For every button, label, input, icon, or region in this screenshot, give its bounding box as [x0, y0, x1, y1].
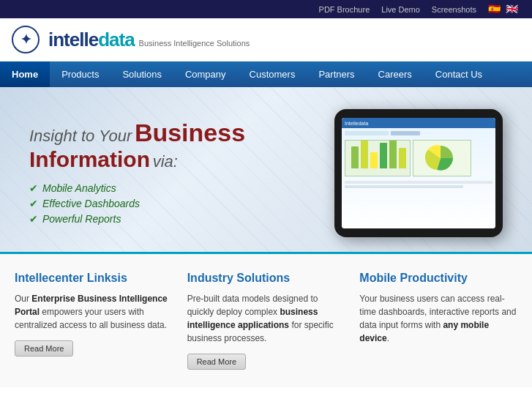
spanish-flag-icon[interactable]: 🇪🇸 [488, 4, 503, 14]
hero-features-list: Mobile Analytics Effective Dashboards Po… [29, 182, 245, 225]
card-text-intellecenter: Our Enterprise Business Intelligence Por… [15, 292, 173, 332]
tablet-screen-inner: Intelledata [342, 118, 495, 228]
card-text-mobile: Your business users can access real-time… [359, 292, 517, 345]
hero-line1: Insight to Your Business [29, 119, 245, 147]
nav-item-solutions[interactable]: Solutions [110, 61, 173, 87]
card-text-after-mobile: . [387, 333, 389, 343]
logo-tagline: Business Intelligence Solutions [139, 39, 250, 48]
hero-section: Insight to Your Business Information via… [0, 87, 532, 252]
logo-icon: ✦ [12, 26, 40, 53]
tablet-mockup: Intelledata [334, 109, 503, 237]
card-title-mobile: Mobile Productivity [359, 272, 517, 285]
read-more-intellecenter[interactable]: Read More [15, 340, 73, 357]
hero-line2: Information via: [29, 147, 245, 172]
card-text-industry: Pre-built data models designed to quickl… [187, 292, 345, 345]
nav-item-products[interactable]: Products [50, 61, 110, 87]
nav-item-partners[interactable]: Partners [307, 61, 366, 87]
language-flags: 🇪🇸 🇬🇧 [488, 4, 520, 14]
hero-text-block: Insight to Your Business Information via… [29, 119, 245, 228]
hero-feature-3: Powerful Reports [29, 213, 245, 225]
read-more-industry[interactable]: Read More [187, 354, 246, 370]
nav-item-careers[interactable]: Careers [367, 61, 424, 87]
chart-bars [351, 140, 406, 168]
top-bar: PDF Brochure Live Demo Screenshots 🇪🇸 🇬🇧 [0, 0, 532, 18]
card-title-industry: Industry Solutions [187, 272, 345, 285]
card-title-intellecenter: Intellecenter Linksis [15, 272, 173, 285]
card-industry: Industry Solutions Pre-built data models… [187, 272, 345, 370]
header: ✦ intelledata Business Intelligence Solu… [0, 18, 532, 61]
card-intellecenter: Intellecenter Linksis Our Enterprise Bus… [15, 272, 173, 370]
pdf-brochure-link[interactable]: PDF Brochure [319, 5, 370, 14]
screenshots-link[interactable]: Screenshots [432, 5, 476, 14]
card-text-before-mobile: Your business users can access real-time… [359, 294, 516, 330]
card-mobile: Mobile Productivity Your business users … [359, 272, 517, 370]
nav-item-home[interactable]: Home [0, 61, 50, 87]
main-nav: Home Products Solutions Company Customer… [0, 61, 532, 87]
uk-flag-icon[interactable]: 🇬🇧 [506, 4, 520, 14]
logo-text: intelledata [48, 29, 135, 51]
tablet-app-header: Intelledata [342, 118, 495, 128]
nav-item-customers[interactable]: Customers [238, 61, 307, 87]
nav-item-contact[interactable]: Contact Us [424, 61, 494, 87]
hero-feature-2: Effective Dashboards [29, 198, 245, 209]
live-demo-link[interactable]: Live Demo [381, 5, 420, 14]
hero-feature-1: Mobile Analytics [29, 182, 245, 194]
cards-section: Intellecenter Linksis Our Enterprise Bus… [0, 252, 532, 387]
nav-item-company[interactable]: Company [173, 61, 238, 87]
tablet-screen: Intelledata [342, 118, 495, 228]
